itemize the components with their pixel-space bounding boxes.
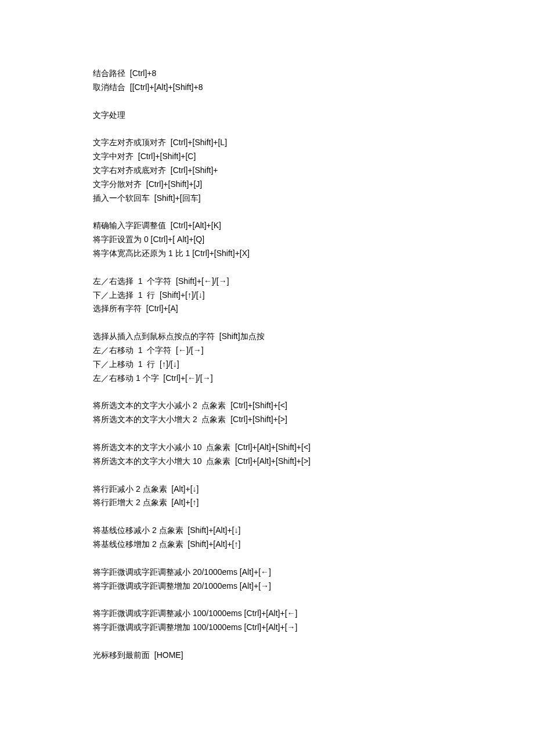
text-line: 下／上移动 1 行 [↑]/[↓] bbox=[93, 358, 441, 372]
text-block: 文字左对齐或顶对齐 [Ctrl]+[Shift]+[L]文字中对齐 [Ctrl]… bbox=[93, 136, 441, 205]
text-line: 将基线位移增加 2 点象素 [Shift]+[Alt]+[↑] bbox=[93, 538, 441, 552]
text-block: 将字距微调或字距调整减小 20/1000ems [Alt]+[←]将字距微调或字… bbox=[93, 566, 441, 593]
text-line: 将字体宽高比还原为 1 比 1 [Ctrl]+[Shift]+[X] bbox=[93, 247, 441, 261]
text-line: 文字分散对齐 [Ctrl]+[Shift]+[J] bbox=[93, 178, 441, 192]
text-line: 将字距微调或字距调整减小 20/1000ems [Alt]+[←] bbox=[93, 566, 441, 579]
text-line: 插入一个软回车 [Shift]+[回车] bbox=[93, 192, 441, 206]
text-line: 选择从插入点到鼠标点按点的字符 [Shift]加点按 bbox=[93, 330, 441, 344]
text-line: 将所选文本的文字大小减小 10 点象素 [Ctrl]+[Alt]+[Shift]… bbox=[93, 441, 441, 455]
text-block: 左／右选择 1 个字符 [Shift]+[←]/[→]下／上选择 1 行 [Sh… bbox=[93, 275, 441, 316]
text-line: 文字左对齐或顶对齐 [Ctrl]+[Shift]+[L] bbox=[93, 136, 441, 150]
text-line: 将基线位移减小 2 点象素 [Shift]+[Alt]+[↓] bbox=[93, 524, 441, 538]
text-line: 文字中对齐 [Ctrl]+[Shift]+[C] bbox=[93, 150, 441, 164]
text-line: 左／右移动 1 个字符 [←]/[→] bbox=[93, 344, 441, 358]
text-line: 将所选文本的文字大小增大 2 点象素 [Ctrl]+[Shift]+[>] bbox=[93, 413, 441, 427]
text-block: 精确输入字距调整值 [Ctrl]+[Alt]+[K]将字距设置为 0 [Ctrl… bbox=[93, 219, 441, 260]
text-block: 结合路径 [Ctrl]+8取消结合 [[Ctrl]+[Alt]+[Shift]+… bbox=[93, 67, 441, 95]
text-block: 文字处理 bbox=[93, 109, 441, 123]
text-line: 文字右对齐或底对齐 [Ctrl]+[Shift]+ bbox=[93, 164, 441, 178]
text-line: 将所选文本的文字大小减小 2 点象素 [Ctrl]+[Shift]+[<] bbox=[93, 399, 441, 413]
text-line: 左／右移动 1 个字 [Ctrl]+[←]/[→] bbox=[93, 372, 441, 386]
text-line: 将所选文本的文字大小增大 10 点象素 [Ctrl]+[Alt]+[Shift]… bbox=[93, 455, 441, 469]
document-page: 结合路径 [Ctrl]+8取消结合 [[Ctrl]+[Alt]+[Shift]+… bbox=[0, 0, 534, 756]
text-line: 文字处理 bbox=[93, 109, 441, 123]
text-line: 下／上选择 1 行 [Shift]+[↑]/[↓] bbox=[93, 289, 441, 303]
text-line: 选择所有字符 [Ctrl]+[A] bbox=[93, 302, 441, 316]
text-block: 将所选文本的文字大小减小 10 点象素 [Ctrl]+[Alt]+[Shift]… bbox=[93, 441, 441, 469]
text-block: 将字距微调或字距调整减小 100/1000ems [Ctrl]+[Alt]+[←… bbox=[93, 607, 441, 635]
text-block: 将行距减小 2 点象素 [Alt]+[↓]将行距增大 2 点象素 [Alt]+[… bbox=[93, 483, 441, 510]
text-line: 光标移到最前面 [HOME] bbox=[93, 649, 441, 663]
document-body: 结合路径 [Ctrl]+8取消结合 [[Ctrl]+[Alt]+[Shift]+… bbox=[93, 67, 441, 663]
text-block: 选择从插入点到鼠标点按点的字符 [Shift]加点按左／右移动 1 个字符 [←… bbox=[93, 330, 441, 385]
text-line: 将字距微调或字距调整减小 100/1000ems [Ctrl]+[Alt]+[←… bbox=[93, 607, 441, 621]
text-line: 左／右选择 1 个字符 [Shift]+[←]/[→] bbox=[93, 275, 441, 289]
text-line: 将行距增大 2 点象素 [Alt]+[↑] bbox=[93, 496, 441, 510]
text-block: 将基线位移减小 2 点象素 [Shift]+[Alt]+[↓]将基线位移增加 2… bbox=[93, 524, 441, 552]
text-line: 将行距减小 2 点象素 [Alt]+[↓] bbox=[93, 483, 441, 496]
text-line: 将字距微调或字距调整增加 100/1000ems [Ctrl]+[Alt]+[→… bbox=[93, 621, 441, 635]
text-line: 精确输入字距调整值 [Ctrl]+[Alt]+[K] bbox=[93, 219, 441, 233]
text-line: 将字距设置为 0 [Ctrl]+[ Alt]+[Q] bbox=[93, 233, 441, 247]
text-line: 将字距微调或字距调整增加 20/1000ems [Alt]+[→] bbox=[93, 579, 441, 593]
text-line: 取消结合 [[Ctrl]+[Alt]+[Shift]+8 bbox=[93, 81, 441, 95]
text-block: 将所选文本的文字大小减小 2 点象素 [Ctrl]+[Shift]+[<]将所选… bbox=[93, 399, 441, 427]
text-line: 结合路径 [Ctrl]+8 bbox=[93, 67, 441, 81]
text-block: 光标移到最前面 [HOME] bbox=[93, 649, 441, 663]
